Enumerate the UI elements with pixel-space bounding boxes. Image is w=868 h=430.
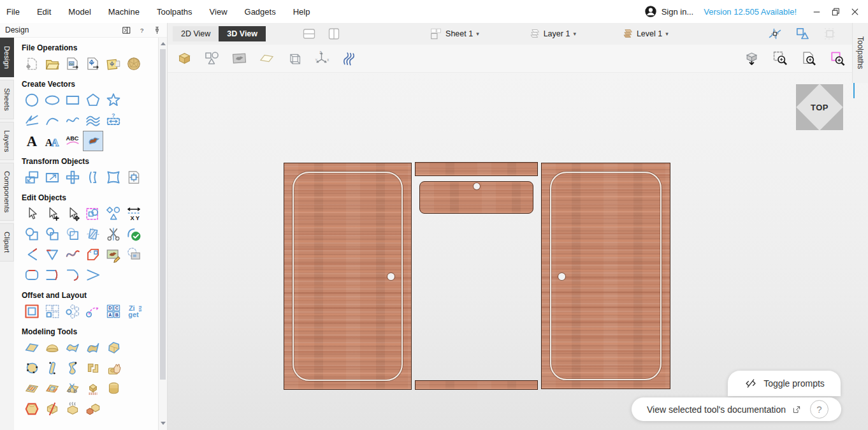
sculpt-model-button[interactable] bbox=[103, 358, 124, 378]
select-tool-button[interactable] bbox=[22, 204, 42, 224]
draw-arc-button[interactable] bbox=[42, 110, 62, 131]
canvas-3d-view[interactable]: TOP Toggle prompts bbox=[168, 73, 868, 430]
auto-layout-text-button[interactable]: AA bbox=[42, 131, 62, 151]
drawer-front[interactable] bbox=[419, 181, 533, 214]
fill-tool-button[interactable] bbox=[83, 224, 103, 244]
scroll-down-arrow[interactable] bbox=[159, 419, 167, 427]
create-slices-button[interactable] bbox=[103, 378, 124, 399]
offset-model-button[interactable] bbox=[83, 399, 103, 419]
split-model-button[interactable] bbox=[42, 399, 62, 419]
menu-machine[interactable]: Machine bbox=[108, 7, 140, 17]
extend-vectors-button[interactable] bbox=[42, 265, 62, 285]
vector-based-shape-button[interactable] bbox=[22, 358, 42, 378]
snap-to-geometry-button[interactable] bbox=[792, 24, 813, 43]
restore-button[interactable] bbox=[826, 3, 845, 20]
panel-tab-sheets[interactable]: Sheets bbox=[0, 80, 14, 119]
zoom-window-button[interactable] bbox=[827, 49, 848, 68]
pin-panel-button[interactable] bbox=[152, 26, 162, 35]
top-rail[interactable] bbox=[415, 162, 538, 176]
weld-vectors-button[interactable] bbox=[22, 224, 42, 244]
new-file-button[interactable] bbox=[22, 54, 42, 74]
node-edit-tool-button[interactable] bbox=[42, 204, 62, 224]
clip-model-button[interactable] bbox=[22, 399, 42, 419]
array-copy-button[interactable] bbox=[42, 301, 62, 322]
snap-to-grid-button[interactable] bbox=[820, 24, 840, 43]
turn-shape-button[interactable] bbox=[62, 358, 83, 378]
fit-curves-button[interactable] bbox=[62, 244, 83, 265]
zoom-to-selection-button[interactable] bbox=[770, 49, 790, 68]
smart-layout-button[interactable]: DCAB bbox=[103, 301, 124, 322]
import-3d-clipart-button[interactable] bbox=[124, 54, 144, 74]
draw-ellipse-button[interactable] bbox=[42, 90, 62, 110]
left-door-panel[interactable] bbox=[284, 163, 412, 390]
sketch-curves-button[interactable] bbox=[83, 110, 103, 131]
join-open-vectors-button[interactable] bbox=[62, 265, 83, 285]
extrude-profile-button[interactable] bbox=[42, 358, 62, 378]
set-selection-size-button[interactable] bbox=[42, 167, 62, 188]
scroll-up-arrow[interactable] bbox=[159, 39, 167, 48]
panel-tab-layers[interactable]: Layers bbox=[0, 122, 14, 161]
crop-bitmap-button[interactable] bbox=[124, 244, 144, 265]
two-rail-sweep-button[interactable] bbox=[62, 337, 83, 358]
split-view-vertical-button[interactable] bbox=[324, 24, 344, 43]
vector-selector-button[interactable] bbox=[83, 204, 103, 224]
smooth-model-button[interactable] bbox=[62, 399, 83, 419]
draw-circle-button[interactable] bbox=[22, 90, 42, 110]
scrollbar-thumb[interactable] bbox=[160, 49, 166, 380]
version-update-link[interactable]: Version 12.505 Available! bbox=[704, 7, 797, 17]
interlocking-shapes-button[interactable] bbox=[83, 358, 103, 378]
isometric-view-button[interactable] bbox=[741, 49, 762, 68]
close-button[interactable] bbox=[845, 3, 864, 20]
position-size-align-button[interactable] bbox=[124, 167, 144, 188]
tab-3d-view[interactable]: 3D View bbox=[219, 26, 266, 41]
draw-polyline-button[interactable] bbox=[22, 110, 42, 131]
measure-tool-button[interactable]: XY bbox=[124, 204, 144, 224]
panel-tab-clipart[interactable]: Clipart bbox=[0, 223, 14, 261]
import-vectors-button[interactable] bbox=[83, 54, 103, 74]
menu-edit[interactable]: Edit bbox=[37, 7, 51, 17]
menu-model[interactable]: Model bbox=[68, 7, 90, 17]
zoom-to-fit-button[interactable] bbox=[799, 49, 819, 68]
copy-along-vectors-button[interactable] bbox=[83, 301, 103, 322]
menu-gadgets[interactable]: Gadgets bbox=[245, 7, 276, 17]
close-vectors-button[interactable] bbox=[83, 244, 103, 265]
fit-lines-button[interactable] bbox=[42, 244, 62, 265]
draw-origin-axes-button[interactable]: ZYX bbox=[311, 49, 331, 68]
tool-documentation-link[interactable]: View selected tool's documentation ? bbox=[632, 397, 841, 421]
subtract-vectors-button[interactable] bbox=[42, 224, 62, 244]
smooth-stack-button[interactable] bbox=[83, 378, 103, 399]
sign-in-button[interactable]: Sign in... bbox=[644, 4, 694, 19]
panel-tab-design[interactable]: Design bbox=[0, 38, 14, 77]
minimize-button[interactable] bbox=[807, 3, 826, 20]
mirror-selection-button[interactable] bbox=[83, 167, 103, 188]
import-component-button[interactable] bbox=[103, 54, 124, 74]
move-selection-button[interactable] bbox=[22, 167, 42, 188]
align-selection-button[interactable] bbox=[62, 167, 83, 188]
split-view-horizontal-button[interactable] bbox=[299, 24, 319, 43]
panel-tab-components[interactable]: Components bbox=[0, 163, 14, 221]
fillet-corners-button[interactable] bbox=[22, 265, 42, 285]
vector-validator-button[interactable] bbox=[124, 224, 144, 244]
right-door-panel[interactable] bbox=[541, 163, 670, 389]
smart-join-button[interactable] bbox=[83, 265, 103, 285]
draw-polygon-button[interactable] bbox=[83, 90, 103, 110]
texture-border-button[interactable] bbox=[42, 378, 62, 399]
level-selector[interactable]: Level 1▾ bbox=[621, 27, 669, 41]
panel-help-button[interactable]: ? bbox=[137, 26, 147, 35]
trim-vectors-button[interactable] bbox=[103, 224, 124, 244]
draw-toolpaths-toggle-button[interactable] bbox=[338, 49, 359, 68]
tab-2d-view[interactable]: 2D View bbox=[173, 26, 219, 41]
offset-vectors-button[interactable] bbox=[22, 301, 42, 322]
menu-help[interactable]: Help bbox=[293, 7, 310, 17]
toolpaths-tab[interactable]: Toolpaths bbox=[852, 23, 868, 83]
draw-vectors-toggle-button[interactable] bbox=[201, 49, 222, 68]
draw-bitmaps-toggle-button[interactable] bbox=[229, 49, 249, 68]
extrude-shape-button[interactable] bbox=[103, 337, 124, 358]
menu-toolpaths[interactable]: Toolpaths bbox=[157, 7, 192, 17]
drape-shape-button[interactable] bbox=[83, 337, 103, 358]
draw-rectangle-button[interactable] bbox=[62, 90, 83, 110]
menu-file[interactable]: File bbox=[6, 7, 20, 17]
fit-arcs-button[interactable] bbox=[22, 244, 42, 265]
draw-star-button[interactable] bbox=[103, 90, 124, 110]
circular-copy-button[interactable] bbox=[62, 301, 83, 322]
